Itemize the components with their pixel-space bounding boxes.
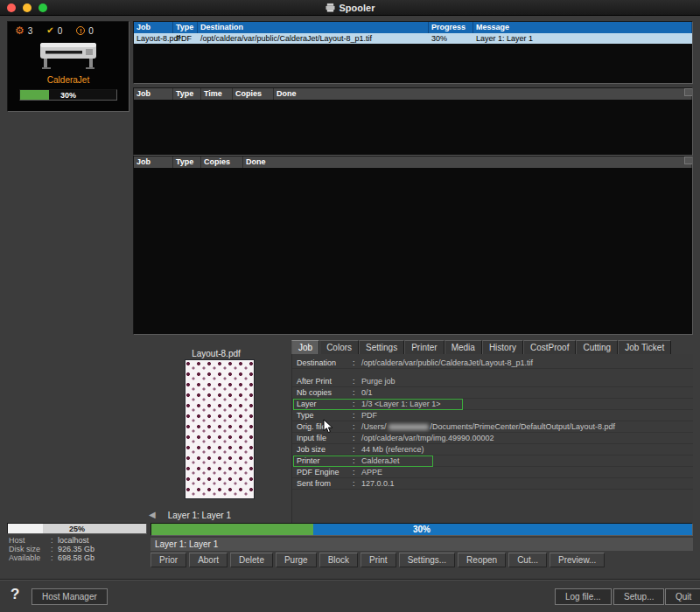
preview-filename: Layout-8.pdf [133,349,299,358]
alert-jobs-counter[interactable]: ! 0 [76,26,94,36]
minimize-window-button[interactable] [23,3,32,12]
log-file-button[interactable]: Log file... [555,588,612,605]
close-window-button[interactable] [7,3,16,12]
col-header-type: Type [173,22,198,33]
separator: : [353,376,361,386]
cut-button[interactable]: Cut... [508,553,547,567]
printer-progress-bar: 30% [19,89,117,101]
column-config-button[interactable] [684,88,692,96]
separator: : [353,421,361,432]
tab-history[interactable]: History [482,340,523,354]
info-row-orig-file: Orig. file : /Users//Documents/PrimeCent… [292,421,693,433]
tab-costproof[interactable]: CostProof [523,340,576,354]
spooler-app-icon [326,0,335,16]
status-label: Host [9,536,51,545]
settings-button[interactable]: Settings... [399,553,455,567]
active-job-row[interactable]: Layout-8.pdf PDF /opt/caldera/var/public… [134,33,692,44]
separator: : [353,358,361,368]
waiting-jobs-header: Job Type Time Copies Done [134,88,692,100]
info-value: CalderaJet [361,456,400,466]
setup-button[interactable]: Setup... [613,588,664,605]
tab-cutting[interactable]: Cutting [576,340,618,354]
zoom-window-button[interactable] [38,3,47,12]
status-value: 698.58 Gb [58,553,94,562]
spooler-window: Spooler ⚙ 3 ✔ 0 ! 0 [0,0,700,612]
redacted-username [388,424,429,430]
ok-jobs-count: 0 [58,26,63,36]
job-name-cell: Layout-8.pdf [134,33,173,44]
info-row-destination: Destination : /opt/caldera/var/public/Ca… [292,358,693,369]
info-row-pdf-engine: PDF Engine : APPE [292,467,693,478]
tab-job[interactable]: Job [291,340,319,354]
info-label: Sent from [297,478,353,489]
printer-image [8,38,129,74]
block-button[interactable]: Block [319,553,358,567]
host-manager-button[interactable]: Host Manager [32,588,108,605]
reopen-button[interactable]: Reopen [458,553,506,567]
separator: : [353,433,361,443]
status-row-disk-size: Disk size : 926.35 Gb [9,545,94,553]
info-value: /opt/caldera/var/public/CalderaJet/Layou… [361,358,533,368]
tab-media[interactable]: Media [444,340,482,354]
preview-thumbnail[interactable] [186,360,254,498]
info-row-printer: Printer : CalderaJet [292,456,693,467]
info-row-layer: Layer : 1/3 <Layer 1: Layer 1> [292,399,693,410]
tab-printer[interactable]: Printer [404,340,444,354]
abort-button[interactable]: Abort [189,553,228,567]
info-value: APPE [361,467,382,477]
purge-button[interactable]: Purge [276,553,317,567]
info-label: Destination [297,358,353,368]
info-value: 1/3 <Layer 1: Layer 1> [361,399,441,409]
delete-button[interactable]: Delete [230,553,273,567]
tab-job-ticket[interactable]: Job Ticket [618,340,671,354]
prior-button[interactable]: Prior [150,553,186,567]
quit-button[interactable]: Quit [665,588,700,605]
gear-icon: ⚙ [15,25,24,36]
info-row-sent-from: Sent from : 127.0.0.1 [292,478,693,490]
separator: : [353,456,361,466]
host-status: Host : localhost Disk size : 926.35 Gb A… [9,536,94,562]
printer-counters: ⚙ 3 ✔ 0 ! 0 [8,22,129,36]
preview-button[interactable]: Preview... [550,553,605,567]
col-header-type: Type [173,88,201,100]
printer-progress-label: 30% [20,90,116,101]
separator: : [353,399,361,409]
active-jobs-counter[interactable]: ⚙ 3 [15,25,32,36]
col-header-destination: Destination [198,22,429,33]
alert-icon: ! [76,26,85,35]
tab-colors[interactable]: Colors [319,340,359,354]
orig-file-suffix: /Documents/PrimeCenter/DefaultOutput/Lay… [430,422,616,431]
printer-name: CalderaJet [8,75,129,85]
waiting-jobs-table: Job Type Time Copies Done [133,87,693,156]
status-value: 926.35 Gb [58,545,94,553]
separator: : [51,553,58,562]
app-area: ⚙ 3 ✔ 0 ! 0 [0,16,700,612]
tab-settings[interactable]: Settings [359,340,404,354]
job-progress-bar: 30% [150,523,693,536]
info-label: PDF Engine [297,467,353,477]
printer-panel[interactable]: ⚙ 3 ✔ 0 ! 0 [7,21,130,112]
col-header-message: Message [473,22,692,33]
check-icon: ✔ [46,25,53,36]
info-row-type: Type : PDF [292,410,693,421]
col-header-time: Time [201,88,233,100]
active-jobs-table: Job Type Destination Progress Message La… [133,21,693,84]
info-row-after-print: After Print : Purge job [292,376,693,387]
info-label: Layer [297,399,353,409]
active-jobs-header: Job Type Destination Progress Message [134,22,692,33]
info-row-job-size: Job size : 44 Mb (reference) [292,444,693,456]
detail-tabs: Job Colors Settings Printer Media Histor… [291,340,693,354]
help-button[interactable]: ? [10,586,19,603]
print-button[interactable]: Print [360,553,396,567]
column-config-button[interactable] [684,156,692,164]
ok-jobs-counter[interactable]: ✔ 0 [46,25,62,36]
job-info-panel: Destination : /opt/caldera/var/public/Ca… [291,354,693,523]
col-header-copies: Copies [233,88,274,100]
status-row-host: Host : localhost [9,536,94,545]
alert-jobs-count: 0 [88,26,94,36]
prev-layer-button[interactable]: ◀ [149,509,156,521]
col-header-job: Job [134,156,173,168]
disk-usage-bar: 25% [7,523,147,534]
window-title: Spooler [340,3,375,13]
info-value: /opt/caldera/var/tmp/img.49990.00002 [361,433,494,443]
